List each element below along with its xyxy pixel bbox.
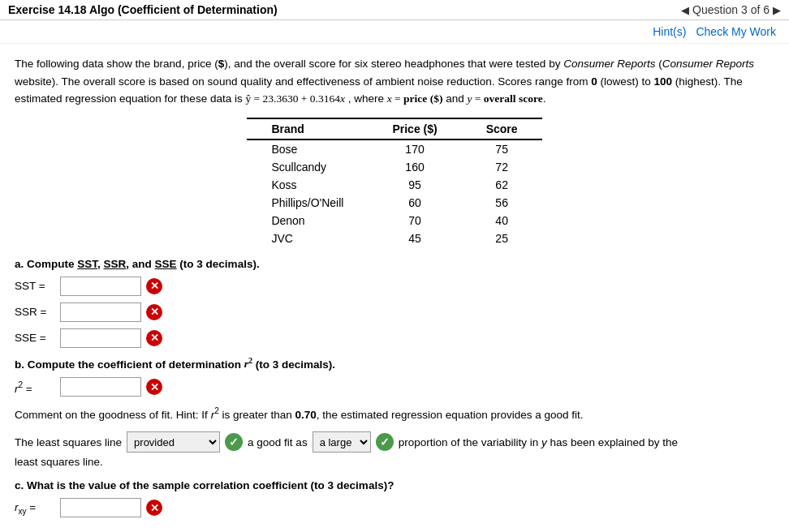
score-cell: 56 — [462, 194, 542, 212]
fit-size-dropdown[interactable]: a large a small — [313, 431, 371, 453]
brand-cell: Bose — [247, 139, 368, 158]
ssr-label: SSR = — [15, 306, 55, 318]
rxy-input[interactable] — [60, 498, 141, 517]
brand-cell: Scullcandy — [247, 158, 368, 176]
next-question-arrow[interactable]: ▶ — [773, 4, 781, 16]
suffix-text: proportion of the variability in y has b… — [399, 436, 678, 448]
table-row: Bose17075 — [247, 139, 541, 158]
rxy-row: rxy = ✕ — [15, 498, 774, 517]
table-row: Phillips/O'Neill6056 — [247, 194, 541, 212]
r2-error-icon[interactable]: ✕ — [146, 379, 162, 395]
brand-cell: JVC — [247, 230, 368, 250]
col-header-price: Price ($) — [368, 118, 461, 139]
price-cell: 45 — [368, 230, 461, 250]
intro-text: The following data show the brand, price… — [15, 58, 754, 105]
score-cell: 72 — [462, 158, 542, 176]
dropdown2-check-icon: ✓ — [376, 433, 394, 451]
top-bar: Exercise 14.18 Algo (Coefficient of Dete… — [0, 0, 789, 20]
dropdown1-check-icon: ✓ — [225, 433, 243, 451]
r2-input[interactable] — [60, 377, 141, 397]
sse-row: SSE = ✕ — [15, 328, 774, 348]
part-a-section: a. Compute SST, SSR, and SSE (to 3 decim… — [15, 258, 774, 348]
table-row: Denon7040 — [247, 212, 541, 230]
sst-error-icon[interactable]: ✕ — [146, 278, 162, 294]
sse-error-icon[interactable]: ✕ — [146, 330, 162, 346]
brand-cell: Denon — [247, 212, 368, 230]
least-squares-line-text: least squares line. — [15, 456, 774, 468]
data-table: Brand Price ($) Score Bose17075Scullcand… — [247, 118, 541, 250]
hint-bar: Hint(s) Check My Work — [0, 20, 789, 44]
sst-input[interactable] — [60, 277, 141, 296]
sse-label: SSE = — [15, 332, 55, 344]
price-cell: 160 — [368, 158, 461, 176]
table-row: Koss9562 — [247, 176, 541, 194]
ssr-input[interactable] — [60, 302, 141, 322]
col-header-brand: Brand — [247, 118, 368, 139]
price-cell: 95 — [368, 176, 461, 194]
price-cell: 170 — [368, 139, 461, 158]
question-navigation: ◀ Question 3 of 6 ▶ — [681, 3, 781, 16]
part-b-section: b. Compute the coefficient of determinat… — [15, 356, 774, 469]
goodness-of-fit-text: Comment on the goodness of fit. Hint: If… — [15, 405, 774, 423]
part-b-label: b. Compute the coefficient of determinat… — [15, 356, 774, 371]
prev-question-arrow[interactable]: ◀ — [681, 4, 689, 16]
hints-link[interactable]: Hint(s) — [653, 25, 686, 38]
part-c-section: c. What is the value of the sample corre… — [15, 479, 774, 517]
ssr-error-icon[interactable]: ✕ — [146, 304, 162, 320]
least-squares-row: The least squares line provided is not p… — [15, 431, 774, 453]
brand-cell: Koss — [247, 176, 368, 194]
price-cell: 70 — [368, 212, 461, 230]
least-squares-prefix: The least squares line — [15, 436, 122, 448]
sst-label: SST = — [15, 280, 55, 292]
price-cell: 60 — [368, 194, 461, 212]
part-c-label: c. What is the value of the sample corre… — [15, 479, 774, 491]
score-cell: 40 — [462, 212, 542, 230]
ssr-row: SSR = ✕ — [15, 302, 774, 322]
question-counter: Question 3 of 6 — [692, 3, 770, 16]
table-row: Scullcandy16072 — [247, 158, 541, 176]
r2-row: r2 = ✕ — [15, 377, 774, 397]
check-my-work-link[interactable]: Check My Work — [696, 25, 776, 38]
middle-text: a good fit as — [248, 436, 308, 448]
provided-dropdown[interactable]: provided is not provided — [127, 431, 220, 453]
col-header-score: Score — [462, 118, 542, 139]
sse-input[interactable] — [60, 328, 141, 348]
rxy-label: rxy = — [15, 501, 55, 516]
sst-row: SST = ✕ — [15, 277, 774, 296]
table-row: JVC4525 — [247, 230, 541, 250]
brand-cell: Phillips/O'Neill — [247, 194, 368, 212]
rxy-error-icon[interactable]: ✕ — [146, 500, 162, 516]
main-content: The following data show the brand, price… — [0, 44, 789, 532]
problem-description: The following data show the brand, price… — [15, 55, 774, 108]
score-cell: 62 — [462, 176, 542, 194]
score-cell: 25 — [462, 230, 542, 250]
exercise-title: Exercise 14.18 Algo (Coefficient of Dete… — [8, 3, 278, 16]
score-cell: 75 — [462, 139, 542, 158]
part-a-label: a. Compute SST, SSR, and SSE (to 3 decim… — [15, 258, 774, 270]
r2-label: r2 = — [15, 380, 55, 395]
